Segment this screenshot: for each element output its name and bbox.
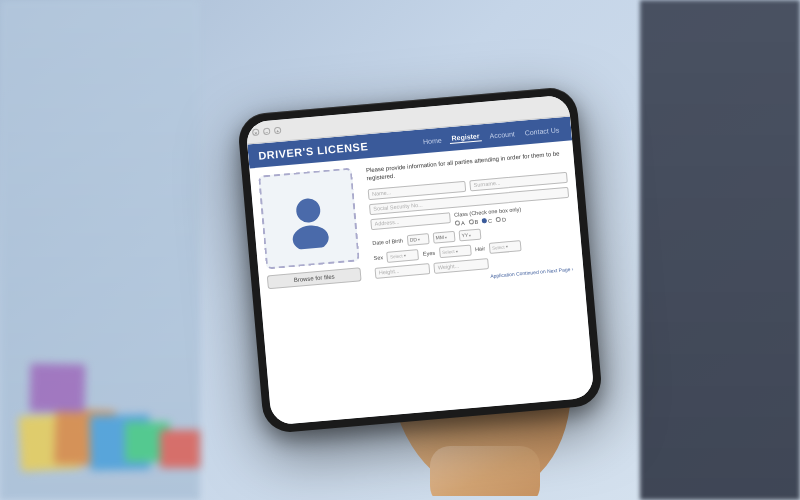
browser-max[interactable]: + bbox=[274, 127, 282, 135]
sex-arrow: ▾ bbox=[403, 253, 405, 258]
scene: × − + DRIVER'S LICENSE Home Register A bbox=[0, 0, 800, 500]
dob-dd-arrow: ▾ bbox=[418, 237, 420, 242]
svg-point-1 bbox=[292, 224, 330, 251]
photo-panel: Browse for files bbox=[258, 167, 368, 298]
dob-mm-value: MM bbox=[435, 234, 444, 241]
class-c-option[interactable]: C bbox=[482, 217, 492, 224]
dob-yy-arrow: ▾ bbox=[469, 232, 471, 237]
class-d-radio[interactable] bbox=[496, 217, 501, 222]
class-d-option[interactable]: D bbox=[496, 216, 506, 223]
browser-close[interactable]: × bbox=[252, 129, 260, 137]
sex-select[interactable]: Select ▾ bbox=[387, 249, 420, 263]
class-a-label: A bbox=[461, 220, 465, 226]
dob-yy-select[interactable]: YY ▾ bbox=[458, 228, 481, 241]
weight-input[interactable]: Weight... bbox=[433, 258, 489, 274]
class-a-radio[interactable] bbox=[455, 221, 460, 226]
eyes-value: Select bbox=[442, 249, 455, 255]
dob-yy-value: YY bbox=[461, 232, 468, 239]
nav-contact[interactable]: Contact Us bbox=[522, 125, 561, 137]
hair-value: Select bbox=[492, 244, 505, 250]
sex-value: Select bbox=[390, 253, 403, 259]
photo-upload-box[interactable] bbox=[258, 168, 360, 270]
sex-label: Sex bbox=[373, 254, 383, 261]
website-content: DRIVER'S LICENSE Home Register Account C… bbox=[247, 116, 594, 425]
dob-mm-arrow: ▾ bbox=[445, 234, 447, 239]
sticky-notes-area bbox=[20, 330, 200, 470]
dob-dd-select[interactable]: DD ▾ bbox=[406, 233, 429, 246]
class-b-option[interactable]: B bbox=[468, 219, 478, 226]
class-b-radio[interactable] bbox=[468, 219, 473, 224]
nav-home[interactable]: Home bbox=[421, 135, 444, 146]
site-title: DRIVER'S LICENSE bbox=[258, 140, 369, 162]
class-d-label: D bbox=[502, 216, 506, 222]
class-a-option[interactable]: A bbox=[455, 220, 465, 227]
class-c-radio[interactable] bbox=[482, 218, 487, 223]
browser-min[interactable]: − bbox=[263, 128, 271, 136]
avatar-icon bbox=[276, 186, 341, 251]
eyes-select[interactable]: Select ▾ bbox=[439, 244, 472, 258]
nav-account[interactable]: Account bbox=[487, 129, 517, 141]
eyes-label: Eyes bbox=[423, 250, 436, 257]
dob-mm-select[interactable]: MM ▾ bbox=[432, 231, 455, 244]
phone-body: × − + DRIVER'S LICENSE Home Register A bbox=[237, 86, 604, 434]
phone: × − + DRIVER'S LICENSE Home Register A bbox=[237, 86, 604, 434]
dob-label: Date of Birth bbox=[372, 238, 403, 247]
phone-screen: × − + DRIVER'S LICENSE Home Register A bbox=[245, 94, 594, 425]
height-input[interactable]: Height... bbox=[375, 263, 431, 279]
content-area: Browse for files Please provide informat… bbox=[249, 140, 584, 306]
address-input[interactable]: Address... bbox=[370, 212, 451, 230]
eyes-arrow: ▾ bbox=[455, 248, 457, 253]
hair-label: Hair bbox=[475, 246, 486, 253]
nav-register[interactable]: Register bbox=[449, 131, 482, 144]
form-panel: Please provide information for all parti… bbox=[366, 149, 576, 289]
class-c-label: C bbox=[488, 217, 492, 223]
hair-arrow: ▾ bbox=[505, 244, 507, 249]
browse-files-button[interactable]: Browse for files bbox=[267, 267, 362, 289]
bg-right-panel bbox=[640, 0, 800, 500]
svg-point-0 bbox=[295, 198, 321, 224]
class-b-label: B bbox=[474, 219, 478, 225]
dob-dd-value: DD bbox=[410, 236, 418, 243]
hair-select[interactable]: Select ▾ bbox=[489, 240, 522, 254]
